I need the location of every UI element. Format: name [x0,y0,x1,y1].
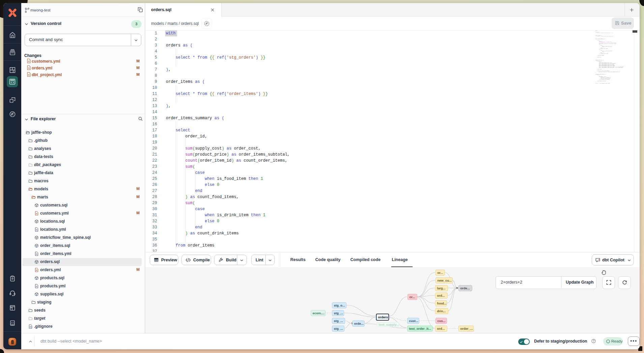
svg-text:drin...: drin... [437,309,446,313]
svg-text:or...: or... [437,271,443,275]
svg-text:larg...: larg... [437,286,445,290]
svg-text:ord...: ord... [437,327,445,330]
svg-text:stg_...: stg_... [334,319,343,323]
svg-text:food...: food... [437,301,447,305]
svg-text:stg_...: stg_... [334,327,343,330]
svg-text:ecom....: ecom.... [313,311,324,315]
svg-text:cus...: cus... [437,319,445,323]
svg-text:ord...: ord... [437,294,445,297]
svg-text:or...: or... [409,295,415,299]
svg-text:orde...: orde... [460,286,470,290]
svg-text:stg_...: stg_... [334,311,343,315]
svg-text:order_...: order_... [460,327,473,330]
svg-text:orders: orders [378,315,388,319]
svg-text:orde...: orde... [354,322,364,325]
svg-text:cust...: cust... [409,319,418,323]
svg-text:new_cu...: new_cu... [437,279,452,282]
svg-text:test_supply...: test_supply... [379,323,399,326]
svg-text:test_order_it...: test_order_it... [409,327,431,330]
svg-text:stg_o...: stg_o... [334,303,345,307]
